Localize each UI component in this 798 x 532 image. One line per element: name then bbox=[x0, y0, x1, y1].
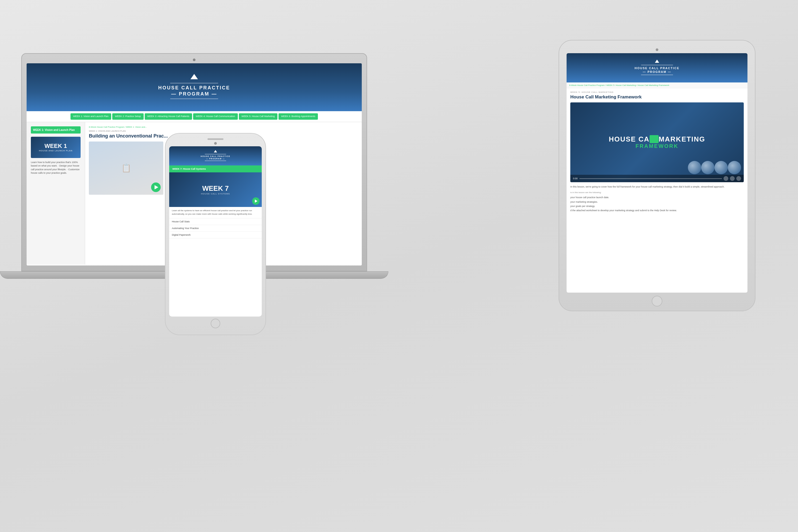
laptop-main-image: 📋 bbox=[89, 141, 163, 195]
phone-list-item-3[interactable]: Digital Paperwork bbox=[169, 232, 262, 238]
phone-list-item-1[interactable]: House Call Stats bbox=[169, 218, 262, 225]
laptop-breadcrumb: 8-Week House Call Practice Program / WEE… bbox=[89, 126, 358, 128]
phone-week-image: WEEK 7 HOUSE CALL SYSTEMS bbox=[169, 172, 262, 207]
laptop-nav: WEEK 1: Vision and Launch Plan WEEK 2: P… bbox=[26, 111, 362, 122]
nav-week3[interactable]: WEEK 3: Attracting House Call Patients bbox=[145, 113, 192, 120]
tablet-description: In this lesson, we're going to cover how… bbox=[570, 185, 744, 189]
settings-icon[interactable] bbox=[730, 176, 735, 181]
ball-2 bbox=[715, 161, 728, 174]
tablet-week-label: WEEK 5: HOUSE CALL MARKETING bbox=[570, 91, 744, 93]
laptop-play-button[interactable] bbox=[151, 183, 161, 192]
tablet-header: HOUSE CALL PRACTICE — PROGRAM — bbox=[567, 53, 747, 82]
phone-home-button[interactable] bbox=[211, 319, 220, 328]
video-progress-bar[interactable] bbox=[580, 178, 722, 179]
phone-week-sublabel: HOUSE CALL SYSTEMS bbox=[201, 193, 230, 195]
video-time: 0:00 bbox=[573, 177, 578, 180]
logo-line-2 bbox=[170, 99, 218, 99]
video-controls: 0:00 bbox=[570, 175, 744, 182]
phone-week-bar[interactable]: WEEK 7: House Call Systems bbox=[169, 166, 262, 172]
phone-list-item-2[interactable]: Automating Your Practice bbox=[169, 225, 262, 232]
phone-device: HOUSE CALL PRACTICE — PROGRAM — WEEK 7: … bbox=[165, 133, 266, 335]
ball-1 bbox=[728, 161, 741, 174]
tablet-logo-triangle-icon bbox=[655, 60, 659, 63]
week-number: WEEK 1 bbox=[39, 142, 72, 150]
sidebar-week-image: WEEK 1 HOUSE AND LAUNCH PLAN bbox=[31, 137, 81, 158]
phone-logo: HOUSE CALL PRACTICE — PROGRAM — bbox=[201, 155, 230, 160]
tablet-goals-label: is in this lesson are the following: bbox=[570, 191, 744, 194]
logo-triangle-icon bbox=[190, 74, 198, 79]
phone-header: HOUSE CALL PRACTICE — PROGRAM — bbox=[169, 146, 262, 166]
nav-week5[interactable]: WEEK 5: House Call Marketing bbox=[239, 113, 278, 120]
week-breadcrumb: WEEK 1: VISION AND LAUNCH PLAN bbox=[89, 130, 358, 132]
sidebar-week-title: WEEK 1: Vision and Launch Plan bbox=[31, 126, 81, 134]
laptop-logo: HOUSE CALL PRACTICE — PROGRAM — bbox=[158, 85, 230, 97]
laptop-header: HOUSE CALL PRACTICE — PROGRAM — bbox=[26, 63, 362, 111]
tablet-breadcrumb: 8-Week House Call Practice Program / WEE… bbox=[567, 82, 747, 88]
laptop-sidebar: WEEK 1: Vision and Launch Plan WEEK 1 HO… bbox=[26, 122, 85, 265]
fullscreen-icon[interactable] bbox=[736, 176, 741, 181]
phone-logo-triangle-icon bbox=[214, 150, 217, 152]
tablet-video[interactable]: HOUSE CA▶MARKETING FRAMEWORK 0:00 bbox=[570, 102, 744, 182]
phone-week-number: WEEK 7 bbox=[201, 184, 230, 193]
ball-3 bbox=[701, 161, 715, 174]
tablet-logo-line bbox=[641, 65, 673, 65]
nav-week6[interactable]: WEEK 6: Booking Appointments bbox=[279, 113, 318, 120]
phone-play-icon bbox=[255, 200, 258, 203]
tablet-logo: HOUSE CALL PRACTICE — PROGRAM — bbox=[635, 66, 680, 74]
volume-icon[interactable] bbox=[723, 176, 728, 181]
phone-logo-line bbox=[205, 154, 226, 154]
phone-speaker bbox=[208, 138, 224, 140]
phone-camera bbox=[214, 142, 217, 145]
phone-description: Learn all the systems to have an efficie… bbox=[169, 207, 262, 218]
tablet-title: House Call Marketing Framework bbox=[570, 94, 744, 100]
week-label: HOUSE AND LAUNCH PLAN bbox=[39, 150, 72, 152]
tablet-body: HOUSE CALL PRACTICE — PROGRAM — 8-Week H… bbox=[558, 40, 756, 311]
tablet-camera bbox=[656, 49, 658, 51]
tablet-goals: your house call practice launch date. yo… bbox=[570, 195, 744, 212]
tablet-video-title: HOUSE CA▶MARKETING bbox=[609, 135, 705, 143]
phone-screen: HOUSE CALL PRACTICE — PROGRAM — WEEK 7: … bbox=[169, 146, 262, 317]
phone-play-button[interactable] bbox=[252, 197, 260, 205]
tablet-screen: HOUSE CALL PRACTICE — PROGRAM — 8-Week H… bbox=[567, 53, 747, 292]
tablet-content: WEEK 5: HOUSE CALL MARKETING House Call … bbox=[567, 88, 747, 215]
phone-body: HOUSE CALL PRACTICE — PROGRAM — WEEK 7: … bbox=[165, 133, 266, 335]
tablet-home-button[interactable] bbox=[652, 296, 662, 306]
ball-4 bbox=[688, 161, 701, 174]
nav-week2[interactable]: WEEK 2: Practice Setup bbox=[112, 113, 144, 120]
nav-week1[interactable]: WEEK 1: Vision and Launch Plan bbox=[71, 113, 111, 120]
sidebar-description: Learn how to build your practice that's … bbox=[31, 161, 81, 175]
tablet-logo-line-2 bbox=[641, 75, 673, 75]
nav-week4[interactable]: WEEK 4: House Call Communication bbox=[193, 113, 238, 120]
tablet-device: HOUSE CALL PRACTICE — PROGRAM — 8-Week H… bbox=[558, 40, 756, 311]
tablet-video-subtitle: FRAMEWORK bbox=[609, 143, 705, 149]
laptop-camera bbox=[193, 58, 195, 61]
play-icon bbox=[155, 185, 158, 189]
